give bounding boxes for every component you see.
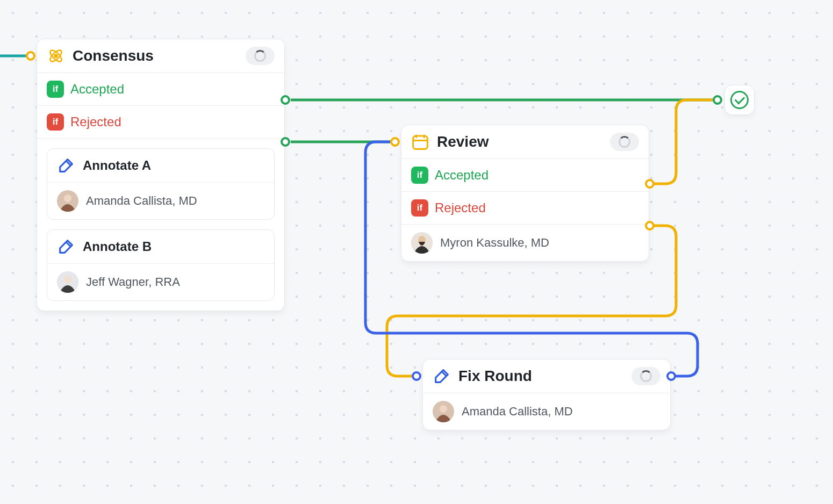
consensus-card[interactable]: Consensus if Accepted if Rejected Annota… <box>37 39 285 311</box>
annotate-b-assignee[interactable]: Jeff Wagner, RRA <box>47 264 274 300</box>
fixround-assignee[interactable]: Amanda Callista, MD <box>423 393 670 430</box>
consensus-rejected-row[interactable]: if Rejected <box>37 106 284 138</box>
review-accepted-row[interactable]: if Accepted <box>401 159 649 191</box>
review-accepted-port[interactable] <box>645 179 655 189</box>
fixround-output-port[interactable] <box>666 371 676 381</box>
svg-rect-7 <box>413 136 428 149</box>
annotate-a-card[interactable]: Annotate A Amanda Callista, MD <box>47 148 275 220</box>
spinner-pill <box>246 47 275 65</box>
consensus-header: Consensus <box>37 39 284 73</box>
accepted-label: Accepted <box>435 168 489 183</box>
svg-point-4 <box>64 195 71 202</box>
end-node[interactable] <box>724 85 755 115</box>
pen-icon <box>433 367 451 385</box>
rejected-label: Rejected <box>70 114 121 129</box>
assignee-name: Jeff Wagner, RRA <box>86 275 180 289</box>
svg-point-6 <box>64 276 71 283</box>
accepted-label: Accepted <box>70 82 124 97</box>
if-badge: if <box>411 167 428 184</box>
consensus-rejected-port[interactable] <box>281 137 290 147</box>
if-badge: if <box>47 113 64 131</box>
if-badge: if <box>47 81 64 98</box>
annotate-b-card[interactable]: Annotate B Jeff Wagner, RRA <box>47 229 275 301</box>
review-input-port[interactable] <box>390 137 400 147</box>
consensus-subcards: Annotate A Amanda Callista, MD Annotate … <box>37 139 284 311</box>
annotate-a-header: Annotate A <box>47 149 274 182</box>
spinner-icon <box>640 370 652 382</box>
annotate-a-title: Annotate A <box>83 158 151 173</box>
svg-point-2 <box>54 54 57 57</box>
avatar <box>57 271 78 293</box>
pen-icon <box>57 156 75 175</box>
if-badge: if <box>411 199 428 217</box>
assignee-name: Amanda Callista, MD <box>86 194 197 208</box>
review-title: Review <box>437 133 610 150</box>
checkmark-icon <box>730 91 749 109</box>
spinner-pill <box>631 367 660 385</box>
fixround-card[interactable]: Fix Round Amanda Callista, MD <box>422 359 671 430</box>
pen-icon <box>57 237 75 256</box>
end-input-port[interactable] <box>713 95 722 105</box>
assignee-name: Myron Kassulke, MD <box>440 236 549 250</box>
review-rejected-row[interactable]: if Rejected <box>401 192 649 224</box>
consensus-accepted-port[interactable] <box>281 95 290 105</box>
atom-icon <box>47 47 65 65</box>
consensus-input-port[interactable] <box>26 51 35 61</box>
spinner-icon <box>254 50 266 62</box>
fixround-input-port[interactable] <box>412 371 421 381</box>
svg-point-11 <box>440 405 447 413</box>
fixround-header: Fix Round <box>423 359 670 393</box>
assignee-name: Amanda Callista, MD <box>462 405 573 419</box>
rejected-label: Rejected <box>435 200 486 215</box>
avatar <box>57 190 78 212</box>
review-card[interactable]: Review if Accepted if Rejected Myron Kas… <box>401 125 649 262</box>
calendar-icon <box>411 133 429 151</box>
review-header: Review <box>401 125 649 159</box>
spinner-icon <box>619 136 630 148</box>
annotate-b-title: Annotate B <box>83 239 152 254</box>
annotate-b-header: Annotate B <box>47 230 274 263</box>
spinner-pill <box>610 133 639 151</box>
annotate-a-assignee[interactable]: Amanda Callista, MD <box>47 183 274 219</box>
review-rejected-port[interactable] <box>645 221 655 231</box>
consensus-title: Consensus <box>73 47 246 64</box>
fixround-title: Fix Round <box>458 368 631 385</box>
consensus-accepted-row[interactable]: if Accepted <box>37 73 284 105</box>
avatar <box>411 232 433 254</box>
review-assignee[interactable]: Myron Kassulke, MD <box>401 225 649 261</box>
avatar <box>433 401 454 422</box>
